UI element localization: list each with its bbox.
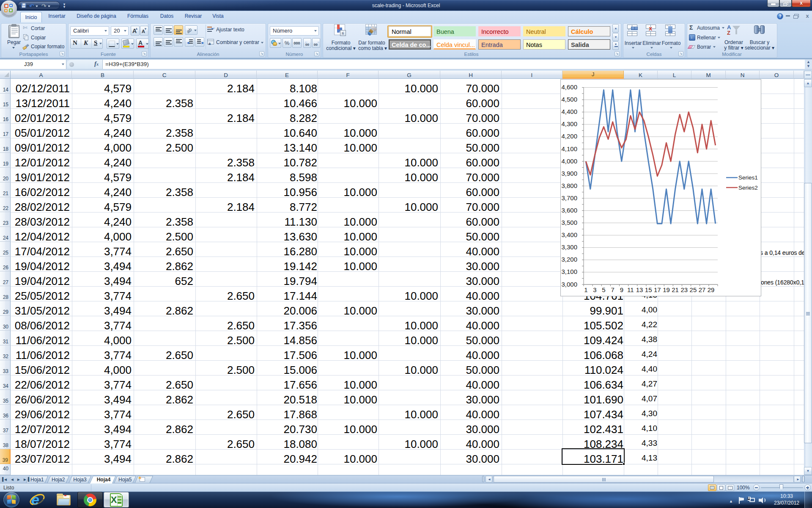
svg-text:5: 5 <box>602 286 605 293</box>
svg-text:21: 21 <box>672 286 679 293</box>
svg-text:19: 19 <box>663 286 670 293</box>
svg-text:3,300: 3,300 <box>561 243 577 251</box>
svg-text:25: 25 <box>690 286 697 293</box>
svg-text:11: 11 <box>627 286 634 293</box>
svg-text:7: 7 <box>611 286 614 293</box>
svg-text:15: 15 <box>645 286 652 293</box>
svg-text:27: 27 <box>699 286 706 293</box>
svg-text:4,300: 4,300 <box>561 120 577 127</box>
svg-text:3,100: 3,100 <box>561 268 577 275</box>
svg-text:3,500: 3,500 <box>561 219 577 226</box>
svg-text:4,200: 4,200 <box>561 133 577 140</box>
svg-text:3,600: 3,600 <box>561 207 577 214</box>
svg-text:3,700: 3,700 <box>561 194 577 202</box>
svg-text:4,600: 4,600 <box>561 83 577 91</box>
svg-text:1: 1 <box>584 286 587 293</box>
svg-text:13: 13 <box>636 286 643 293</box>
svg-text:4,500: 4,500 <box>561 96 577 103</box>
svg-text:4,000: 4,000 <box>561 157 577 165</box>
svg-text:29: 29 <box>708 286 715 293</box>
svg-text:Series1: Series1 <box>738 174 758 181</box>
svg-text:23: 23 <box>680 286 688 293</box>
svg-text:4,100: 4,100 <box>561 145 577 152</box>
svg-text:9: 9 <box>620 286 623 293</box>
svg-text:3,000: 3,000 <box>561 281 577 288</box>
svg-text:3,400: 3,400 <box>561 231 577 238</box>
svg-text:17: 17 <box>654 286 661 293</box>
svg-text:3,200: 3,200 <box>561 256 577 263</box>
svg-text:3,900: 3,900 <box>561 170 577 177</box>
svg-text:3,800: 3,800 <box>561 182 577 189</box>
svg-text:Series2: Series2 <box>738 185 758 191</box>
svg-text:4,400: 4,400 <box>561 108 577 115</box>
svg-text:3: 3 <box>593 286 596 293</box>
